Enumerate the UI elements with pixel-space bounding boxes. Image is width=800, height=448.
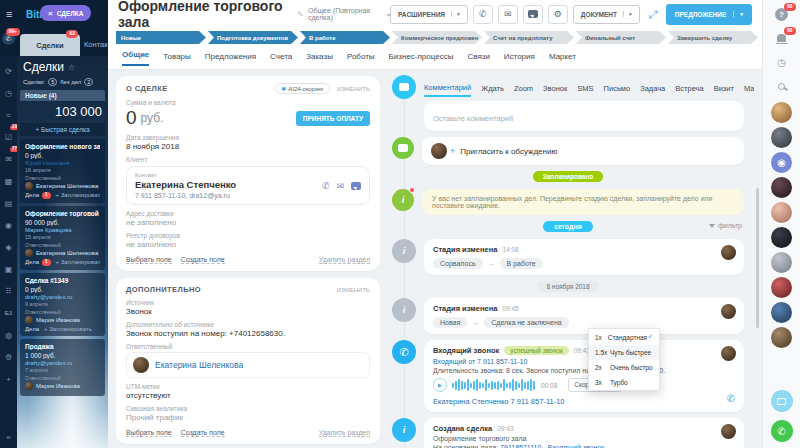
comment-input-card[interactable] [424, 101, 744, 131]
collapse-icon[interactable]: « [2, 426, 15, 448]
chat-avatar[interactable] [771, 227, 792, 248]
tab-robots[interactable]: Роботы [347, 52, 375, 66]
settings-button[interactable]: ⚙ [548, 5, 568, 24]
notifications-bell-icon[interactable]: 86 [774, 30, 790, 46]
favorite-star-icon[interactable]: ☆ [68, 63, 75, 72]
drive-icon[interactable]: ▤ [2, 192, 15, 214]
deal-card[interactable]: Оформление торговой точки 90 000 руб. Ма… [20, 206, 105, 270]
select-field-link[interactable]: Выбрать поле [126, 429, 172, 437]
action-letter[interactable]: Письмо [604, 84, 631, 96]
crm-icon[interactable]: ◈ [2, 236, 15, 258]
clock-icon[interactable]: ◷ [2, 82, 15, 104]
play-icon[interactable]: ▶ [433, 378, 447, 392]
stage-in-progress[interactable]: В работе [300, 31, 390, 44]
search-icon[interactable] [774, 78, 790, 94]
chevron-down-icon[interactable]: ▾ [451, 11, 460, 17]
action-call[interactable]: Звонок [543, 84, 567, 96]
call-button[interactable]: ✆ [473, 5, 493, 24]
delete-section-link[interactable]: Удалить раздел [319, 256, 370, 264]
stage-change-card[interactable]: Стадия изменена09:45 Новая → Сделка не з… [424, 298, 744, 334]
telephony-icon[interactable]: ✆ 99+ [2, 32, 15, 45]
callback-icon[interactable]: ✆ [727, 393, 735, 404]
action-market[interactable]: Маркет [744, 84, 754, 96]
invite-to-discussion[interactable]: + Пригласить к обсуждению [422, 137, 744, 165]
speed-option-15x[interactable]: 1.5x Чуть быстрее [589, 345, 659, 360]
mail-icon[interactable]: ✉77 [2, 148, 15, 170]
document-button[interactable]: ДОКУМЕНТ ▾ [573, 5, 640, 24]
timeline-filter[interactable]: фильтр [709, 222, 742, 229]
kanban-column-header[interactable]: Новые (4) [20, 90, 105, 101]
deals-filter-row[interactable]: Сделки: 5 без дел 2 [17, 76, 108, 90]
create-field-link[interactable]: Создать поле [181, 256, 225, 264]
deal-created-card[interactable]: Создана сделка09:43 Оформление торгового… [424, 418, 744, 448]
action-meeting[interactable]: Встреча [675, 84, 703, 96]
incoming-call-card[interactable]: Входящий звонок успешный звонок 09:43 Вх… [424, 340, 744, 412]
action-wait[interactable]: Ждать [481, 84, 504, 96]
speed-option-3x[interactable]: 3x Турбо [589, 375, 659, 390]
chat-avatar[interactable] [771, 102, 792, 123]
chat-avatar[interactable] [771, 127, 792, 148]
chevron-down-icon[interactable]: ▾ [623, 11, 632, 17]
responsible-row[interactable]: Екатерина Шеленкова [126, 352, 370, 378]
scrollbar-thumb[interactable] [756, 188, 759, 328]
stage-close-deal[interactable]: Завершить сделку [668, 31, 758, 44]
pulse-icon[interactable]: ≈ [2, 104, 15, 126]
tab-products[interactable]: Товары [163, 52, 191, 66]
stage-final-invoice[interactable]: Финальный счет [576, 31, 666, 44]
create-field-link[interactable]: Создать поле [181, 429, 225, 437]
tab-invoices[interactable]: Счета [270, 52, 292, 66]
deal-category-selector[interactable]: Общее (Повторная сделка) [308, 7, 385, 21]
address-value[interactable]: не заполнено [126, 218, 370, 227]
fullscreen-icon[interactable]: ⤢ [645, 5, 661, 24]
close-date-value[interactable]: 8 ноября 2018 [126, 142, 370, 151]
quick-deal-button[interactable]: + Быстрая сделка [20, 123, 105, 136]
contact-card[interactable]: Контакт Екатерина Степченко 7 911 857-11… [126, 166, 370, 205]
close-icon[interactable]: × [48, 9, 53, 18]
extensions-button[interactable]: РАСШИРЕНИЯ ▾ [390, 5, 468, 24]
groups-icon[interactable]: ◉ [2, 214, 15, 236]
action-comment[interactable]: Комментарий [424, 83, 471, 97]
chat-avatar[interactable] [771, 202, 792, 223]
chat-avatar[interactable] [771, 177, 792, 198]
tab-orders[interactable]: Заказы [306, 52, 333, 66]
chevron-down-icon[interactable]: ▾ [733, 11, 743, 17]
call-from-link[interactable]: Входящий от 7 911 857-11-10 [433, 358, 735, 365]
email-contact-icon[interactable]: ✉ [336, 181, 344, 191]
edit-title-icon[interactable]: ✎ [297, 10, 304, 19]
email-button[interactable]: ✉ [498, 5, 518, 24]
contact-name[interactable]: Екатерина Степченко [135, 179, 236, 190]
edit-section-link[interactable]: ИЗМЕНИТЬ [337, 86, 370, 92]
chat-contact-icon[interactable] [351, 182, 361, 190]
search-section-tag[interactable]: × СДЕЛКА [40, 5, 91, 21]
chat-avatar[interactable] [771, 277, 792, 298]
window-tab-contacts[interactable]: Контакты [84, 40, 108, 49]
marketplace-icon[interactable]: ▣ [2, 258, 15, 280]
tab-links[interactable]: Связи [467, 52, 489, 66]
refresh-icon[interactable]: ⟳ [2, 60, 15, 82]
stage-change-card[interactable]: Стадия изменена14:08 Сорвалось → В работ… [424, 239, 744, 275]
tasks-icon[interactable]: ☑23 [2, 126, 15, 148]
action-task[interactable]: Задача [640, 84, 665, 96]
delete-section-link[interactable]: Удалить раздел [319, 429, 370, 437]
calendar-icon[interactable]: ▦ [2, 170, 15, 192]
stage-prepayment-invoice[interactable]: Счет на предоплату [484, 31, 574, 44]
history-clock-icon[interactable]: ◷ [774, 54, 790, 70]
action-sms[interactable]: SMS [577, 84, 593, 96]
chat-button[interactable] [523, 5, 543, 24]
tab-market[interactable]: Маркет [549, 52, 576, 66]
window-tab-deals[interactable]: Сделки 63 [20, 34, 80, 56]
tab-general[interactable]: Общие [122, 50, 149, 66]
hamburger-menu-icon[interactable]: ≡ [6, 8, 12, 20]
select-field-link[interactable]: Выбрать поле [126, 256, 172, 264]
speed-option-1x[interactable]: 1x Стандартная ✓ [589, 329, 659, 345]
accept-payment-button[interactable]: ПРИНЯТЬ ОПЛАТУ [296, 111, 370, 126]
action-zoom[interactable]: Zoom [514, 84, 533, 96]
tab-offers[interactable]: Предложения [205, 52, 256, 66]
deal-card[interactable]: Сделка #1349 0 руб. drahy@yandex.ru 9 ап… [20, 273, 105, 336]
tab-business-processes[interactable]: Бизнес-процессы [389, 52, 454, 66]
help-icon[interactable]: ?86 [774, 6, 790, 22]
speed-option-2x[interactable]: 2x Очень быстро [589, 360, 659, 375]
tab-history[interactable]: История [504, 52, 535, 66]
stage-docs[interactable]: Подготовка документов [208, 31, 298, 44]
apps-icon[interactable]: ⠿ [2, 280, 15, 302]
